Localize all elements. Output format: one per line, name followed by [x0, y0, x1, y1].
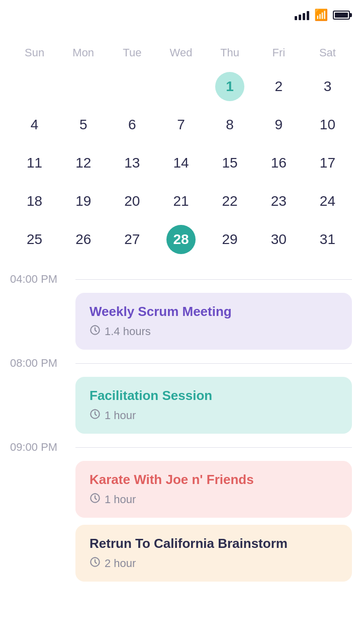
- day-mon: Mon: [59, 42, 108, 63]
- calendar-day-number[interactable]: 10: [313, 110, 342, 139]
- calendar-cell[interactable]: 1: [206, 68, 254, 105]
- calendar-cell[interactable]: 18: [10, 183, 59, 219]
- calendar-cell[interactable]: 25: [10, 221, 59, 258]
- calendar-day-number[interactable]: 22: [215, 187, 244, 216]
- calendar-cell[interactable]: 3: [303, 68, 352, 105]
- calendar-cell[interactable]: 27: [108, 221, 156, 258]
- event-duration: 1 hour: [89, 493, 338, 507]
- day-fri: Fri: [254, 42, 303, 63]
- event-title: Facilitation Session: [89, 388, 338, 404]
- calendar-cell[interactable]: 7: [156, 107, 205, 143]
- calendar-grid: 1234567891011121314151617181920212223242…: [10, 68, 352, 258]
- calendar-cell[interactable]: 4: [10, 107, 59, 143]
- clock-icon: [89, 409, 101, 423]
- calendar-day-number[interactable]: 11: [20, 148, 49, 178]
- status-icons: 📶: [295, 9, 350, 22]
- calendar-cell[interactable]: 14: [156, 145, 205, 181]
- calendar-cell[interactable]: 15: [206, 145, 254, 181]
- time-divider: [75, 363, 352, 364]
- calendar-day-number[interactable]: 8: [215, 110, 244, 139]
- calendar: Sun Mon Tue Wed Thu Fri Sat 123456789101…: [0, 42, 362, 258]
- calendar-day-number[interactable]: 16: [264, 148, 293, 178]
- calendar-cell[interactable]: 31: [303, 221, 352, 258]
- event-title: Weekly Scrum Meeting: [89, 304, 338, 319]
- time-section-header: 08:00 PM: [10, 357, 352, 370]
- time-divider: [75, 447, 352, 448]
- event-duration: 2 hour: [89, 556, 338, 571]
- calendar-cell[interactable]: 6: [108, 107, 156, 143]
- calendar-cell: [156, 68, 205, 105]
- calendar-day-number[interactable]: 15: [215, 148, 244, 178]
- day-sat: Sat: [303, 42, 352, 63]
- clock-icon: [89, 556, 101, 571]
- clock-icon: [89, 325, 101, 339]
- calendar-cell[interactable]: 22: [206, 183, 254, 219]
- time-label: 09:00 PM: [10, 441, 75, 454]
- wifi-icon: 📶: [314, 9, 328, 22]
- calendar-cell[interactable]: 29: [206, 221, 254, 258]
- calendar-day-number[interactable]: 23: [264, 187, 293, 216]
- clock-icon: [89, 493, 101, 507]
- calendar-cell[interactable]: 9: [254, 107, 303, 143]
- calendar-cell[interactable]: 20: [108, 183, 156, 219]
- calendar-day-number[interactable]: 6: [118, 110, 147, 139]
- calendar-day-number[interactable]: 26: [69, 225, 98, 254]
- status-bar: 📶: [0, 0, 362, 27]
- events-section: 04:00 PMWeekly Scrum Meeting 1.4 hours08…: [0, 273, 362, 582]
- calendar-day-number[interactable]: 31: [313, 225, 342, 254]
- time-section-header: 04:00 PM: [10, 273, 352, 286]
- calendar-cell[interactable]: 21: [156, 183, 205, 219]
- calendar-day-number[interactable]: 3: [313, 72, 342, 101]
- calendar-cell[interactable]: 16: [254, 145, 303, 181]
- calendar-day-number[interactable]: 14: [166, 148, 196, 178]
- calendar-day-number[interactable]: 17: [313, 148, 342, 178]
- calendar-cell[interactable]: 12: [59, 145, 108, 181]
- event-card[interactable]: Retrun To California Brainstorm 2 hour: [75, 525, 352, 582]
- time-label: 04:00 PM: [10, 273, 75, 286]
- calendar-cell[interactable]: 30: [254, 221, 303, 258]
- time-label: 08:00 PM: [10, 357, 75, 370]
- event-card[interactable]: Karate With Joe n' Friends 1 hour: [75, 461, 352, 518]
- calendar-day-number[interactable]: 2: [264, 72, 293, 101]
- calendar-day-number[interactable]: 1: [215, 72, 244, 101]
- calendar-day-number[interactable]: 18: [20, 187, 49, 216]
- event-card[interactable]: Weekly Scrum Meeting 1.4 hours: [75, 293, 352, 350]
- day-wed: Wed: [156, 42, 205, 63]
- calendar-day-number[interactable]: 25: [20, 225, 49, 254]
- day-tue: Tue: [108, 42, 156, 63]
- calendar-cell[interactable]: 10: [303, 107, 352, 143]
- calendar-day-number[interactable]: 30: [264, 225, 293, 254]
- calendar-cell[interactable]: 8: [206, 107, 254, 143]
- calendar-day-number[interactable]: 9: [264, 110, 293, 139]
- time-divider: [75, 279, 352, 280]
- time-section-header: 09:00 PM: [10, 441, 352, 454]
- calendar-cell[interactable]: 24: [303, 183, 352, 219]
- calendar-day-number[interactable]: 12: [69, 148, 98, 178]
- calendar-cell[interactable]: 2: [254, 68, 303, 105]
- calendar-day-number[interactable]: 29: [215, 225, 244, 254]
- calendar-day-number[interactable]: 20: [118, 187, 147, 216]
- calendar-cell[interactable]: 13: [108, 145, 156, 181]
- calendar-day-number[interactable]: 4: [20, 110, 49, 139]
- calendar-header: Sun Mon Tue Wed Thu Fri Sat: [10, 42, 352, 63]
- calendar-day-number[interactable]: 7: [166, 110, 196, 139]
- calendar-day-number[interactable]: 13: [118, 148, 147, 178]
- calendar-day-number[interactable]: 19: [69, 187, 98, 216]
- calendar-cell[interactable]: 17: [303, 145, 352, 181]
- calendar-cell[interactable]: 23: [254, 183, 303, 219]
- calendar-cell: [59, 68, 108, 105]
- event-card[interactable]: Facilitation Session 1 hour: [75, 377, 352, 434]
- calendar-day-number[interactable]: 21: [166, 187, 196, 216]
- calendar-cell: [10, 68, 59, 105]
- day-thu: Thu: [206, 42, 254, 63]
- calendar-day-number[interactable]: 28: [166, 225, 196, 254]
- calendar-day-number[interactable]: 5: [69, 110, 98, 139]
- calendar-cell[interactable]: 19: [59, 183, 108, 219]
- calendar-cell[interactable]: 28: [156, 221, 205, 258]
- signal-icon: [295, 10, 309, 20]
- calendar-day-number[interactable]: 27: [118, 225, 147, 254]
- calendar-cell[interactable]: 26: [59, 221, 108, 258]
- calendar-cell[interactable]: 5: [59, 107, 108, 143]
- calendar-day-number[interactable]: 24: [313, 187, 342, 216]
- calendar-cell[interactable]: 11: [10, 145, 59, 181]
